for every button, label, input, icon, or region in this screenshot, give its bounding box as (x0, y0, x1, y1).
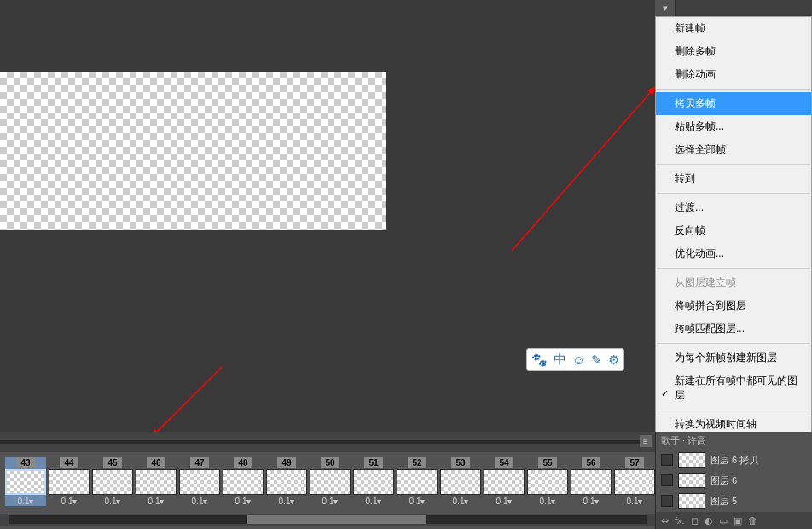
canvas-checker[interactable] (0, 72, 386, 230)
new-layer-icon[interactable]: ▣ (734, 515, 742, 526)
frame-delay[interactable]: 0.1▾ (310, 497, 351, 506)
right-tab-strip: ▾ (655, 0, 812, 16)
menu-item[interactable]: 拷贝多帧 (656, 92, 811, 115)
frame-delay[interactable]: 0.1▾ (440, 497, 481, 506)
layers-panel: 歌于 · 许高 图层 6 拷贝图层 6图层 5 ⇔ fx. ◻ ◐ ▭ ▣ 🗑 (655, 432, 812, 529)
frame-number: 47 (190, 457, 209, 468)
layer-row[interactable]: 图层 5 (656, 491, 812, 511)
mask-icon[interactable]: ◻ (691, 515, 699, 526)
frame-delay[interactable]: 0.1▾ (266, 497, 307, 506)
frame[interactable]: 540.1▾ (484, 457, 525, 506)
gear-icon[interactable]: ⚙ (608, 352, 619, 368)
menu-item[interactable]: 选择全部帧 (656, 138, 811, 161)
frame[interactable]: 550.1▾ (527, 457, 568, 506)
frame-thumb (397, 469, 438, 495)
frame-thumb (527, 469, 568, 495)
frame-number: 55 (538, 457, 557, 468)
layer-thumb (678, 473, 705, 488)
scroll-track[interactable] (9, 515, 647, 524)
timeline-scrollbar (0, 514, 655, 526)
frame-delay[interactable]: 0.1▾ (179, 497, 220, 506)
group-icon[interactable]: ▭ (719, 515, 728, 526)
frame[interactable]: 530.1▾ (440, 457, 481, 506)
menu-item[interactable]: 反向帧 (656, 219, 811, 242)
frame[interactable]: 480.1▾ (223, 457, 264, 506)
frame-delay[interactable]: 0.1▾ (223, 497, 264, 506)
frame[interactable]: 510.1▾ (353, 457, 394, 506)
timeline-header: ≡ (0, 432, 655, 452)
menu-item: 从图层建立帧 (656, 271, 811, 294)
frame-thumb (484, 469, 525, 495)
fx-icon[interactable]: fx. (675, 515, 685, 526)
menu-item[interactable]: 新建帧 (656, 17, 811, 40)
visibility-toggle[interactable] (661, 495, 673, 507)
menu-item[interactable]: 删除多帧 (656, 40, 811, 63)
frame[interactable]: 570.1▾ (614, 457, 655, 506)
menu-separator (657, 410, 810, 410)
frame-number: 44 (60, 457, 78, 468)
menu-item[interactable]: 过渡... (656, 196, 811, 219)
paw-icon[interactable]: 🐾 (531, 352, 548, 368)
menu-separator (657, 193, 810, 194)
menu-separator (657, 89, 810, 90)
frame[interactable]: 440.1▾ (49, 457, 90, 506)
adjustment-icon[interactable]: ◐ (705, 515, 713, 526)
frame-delay[interactable]: 0.1▾ (484, 497, 525, 506)
menu-item[interactable]: 转到 (656, 167, 811, 190)
frame[interactable]: 560.1▾ (571, 457, 612, 506)
frame-number: 45 (103, 457, 122, 468)
layers-header: 歌于 · 许高 (656, 432, 812, 450)
frame-number: 48 (234, 457, 252, 468)
frame-delay[interactable]: 0.1▾ (527, 497, 568, 506)
visibility-toggle[interactable] (661, 454, 673, 466)
layer-thumb (678, 493, 705, 509)
cn-char-button[interactable]: 中 (554, 352, 566, 368)
frame[interactable]: 490.1▾ (266, 457, 307, 506)
frame-delay[interactable]: 0.1▾ (614, 497, 655, 506)
menu-item[interactable]: 将帧拼合到图层 (656, 294, 811, 317)
menu-item[interactable]: 优化动画... (656, 242, 811, 265)
layers-footer: ⇔ fx. ◻ ◐ ▭ ▣ 🗑 (656, 512, 812, 529)
frame[interactable]: 470.1▾ (179, 457, 220, 506)
layer-row[interactable]: 图层 6 (656, 470, 812, 491)
frame-thumb (353, 469, 394, 495)
frame-number: 49 (277, 457, 296, 468)
frame-delay[interactable]: 0.1▾ (353, 497, 394, 506)
frame-thumb (136, 469, 177, 495)
scroll-thumb[interactable] (247, 515, 426, 524)
frame-number: 54 (495, 457, 513, 468)
frame[interactable]: 460.1▾ (136, 457, 177, 506)
pencil-icon[interactable]: ✎ (591, 352, 602, 368)
frame-delay[interactable]: 0.1▾ (5, 497, 46, 506)
menu-item[interactable]: 新建在所有帧中都可见的图层✓ (656, 369, 811, 407)
menu-item[interactable]: 为每个新帧创建新图层 (656, 346, 811, 369)
frame[interactable]: 430.1▾ (5, 457, 46, 506)
menu-item[interactable]: 跨帧匹配图层... (656, 317, 811, 340)
frame[interactable]: 520.1▾ (397, 457, 438, 506)
timeline-panel: ≡ 430.1▾440.1▾450.1▾460.1▾470.1▾480.1▾49… (0, 432, 655, 529)
frame-number: 50 (321, 457, 339, 468)
layer-name: 图层 5 (710, 495, 737, 508)
frame-delay[interactable]: 0.1▾ (571, 497, 612, 506)
frame-delay[interactable]: 0.1▾ (397, 497, 438, 506)
layer-row[interactable]: 图层 6 拷贝 (656, 450, 812, 470)
timeline-menu-icon[interactable]: ≡ (640, 435, 652, 447)
frame[interactable]: 500.1▾ (310, 457, 351, 506)
frame-delay[interactable]: 0.1▾ (92, 497, 133, 506)
trash-icon[interactable]: 🗑 (748, 515, 757, 526)
frame-thumb (49, 469, 90, 495)
frame[interactable]: 450.1▾ (92, 457, 133, 506)
frame-thumb (571, 469, 612, 495)
smile-icon[interactable]: ☺ (572, 352, 585, 368)
visibility-toggle[interactable] (661, 474, 673, 486)
frame-delay[interactable]: 0.1▾ (136, 497, 177, 506)
frame-delay[interactable]: 0.1▾ (49, 497, 90, 506)
tab-button[interactable]: ▾ (655, 0, 676, 16)
menu-item[interactable]: 删除动画 (656, 63, 811, 86)
frame-thumb (179, 469, 220, 495)
menu-item[interactable]: 粘贴多帧... (656, 115, 811, 138)
menu-separator (657, 164, 810, 165)
layer-thumb (678, 452, 705, 468)
link-layers-icon[interactable]: ⇔ (661, 515, 669, 526)
frame-number: 43 (16, 457, 35, 468)
